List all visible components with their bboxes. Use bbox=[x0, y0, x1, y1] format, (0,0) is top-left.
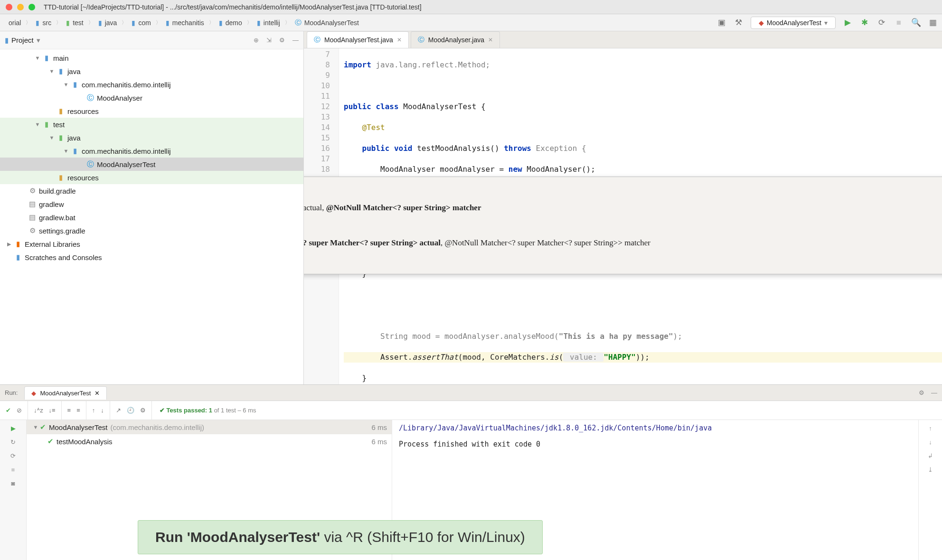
expand-icon[interactable]: ≡ bbox=[67, 407, 71, 414]
titlebar: TTD-tutorial [~/IdeaProjects/TTD-tutoria… bbox=[0, 0, 942, 14]
up-icon[interactable]: ↑ bbox=[92, 407, 95, 414]
breadcrumb-item[interactable]: ▮src bbox=[31, 19, 56, 27]
breadcrumb-item[interactable]: ▮mechanitis bbox=[161, 19, 209, 27]
tree-folder-test[interactable]: test bbox=[53, 121, 65, 129]
hide-icon[interactable]: — bbox=[931, 389, 937, 396]
check-icon: ✔ bbox=[160, 407, 167, 414]
hide-icon[interactable]: — bbox=[292, 37, 299, 44]
run-tab[interactable]: ◆MoodAnalyserTest✕ bbox=[24, 386, 107, 400]
breadcrumb-item[interactable]: ▮intellij bbox=[252, 19, 285, 27]
close-window-button[interactable] bbox=[6, 4, 12, 10]
project-tree[interactable]: ▼▮main ▼▮java ▼▮com.mechanitis.demo.inte… bbox=[0, 49, 303, 384]
run-label: Run: bbox=[5, 389, 18, 396]
run-side-toolbar: ▶ ↻ ⟳ ■ ◙ bbox=[0, 420, 27, 560]
tree-class-moodanalysertest[interactable]: MoodAnalyserTest bbox=[97, 160, 155, 168]
tree-file-settingsgradle[interactable]: settings.gradle bbox=[39, 227, 85, 235]
gear-icon[interactable]: ⚙ bbox=[919, 389, 924, 396]
project-panel-title[interactable]: ▮ Project ▾ bbox=[5, 36, 40, 45]
tree-folder-main[interactable]: main bbox=[53, 54, 69, 62]
navigation-bar: orial〉 ▮src〉 ▮test〉 ▮java〉 ▮com〉 ▮mechan… bbox=[0, 14, 942, 31]
editor-area: ⒸMoodAnalyserTest.java✕ ⒸMoodAnalyser.ja… bbox=[304, 31, 942, 384]
code-editor[interactable]: 789101112131415161718222324252627 import… bbox=[304, 48, 942, 384]
down-icon[interactable]: ↓ bbox=[101, 407, 104, 414]
sort-icon[interactable]: ↓ᴬᴢ bbox=[34, 407, 43, 414]
run-button[interactable]: ▶ bbox=[842, 18, 853, 28]
gear-icon[interactable]: ⚙ bbox=[140, 407, 146, 414]
tree-folder-resources[interactable]: resources bbox=[67, 174, 99, 182]
console-side-toolbar: ↑ ↓ ↲ ⤓ bbox=[918, 420, 942, 560]
tab-moodanalyser[interactable]: ⒸMoodAnalyser.java✕ bbox=[411, 31, 500, 48]
rerun-icon[interactable]: ▶ bbox=[11, 425, 16, 432]
maximize-window-button[interactable] bbox=[28, 4, 35, 10]
code-content[interactable]: import java.lang.reflect.Method; public … bbox=[339, 48, 942, 384]
tree-package[interactable]: com.mechanitis.demo.intellij bbox=[82, 147, 171, 155]
close-tab-icon[interactable]: ✕ bbox=[488, 37, 493, 43]
tab-moodanalysertest[interactable]: ⒸMoodAnalyserTest.java✕ bbox=[307, 31, 409, 48]
hammer-icon[interactable]: ⚒ bbox=[734, 18, 744, 28]
build-icon[interactable]: ▣ bbox=[716, 18, 727, 28]
target-icon[interactable]: ⊕ bbox=[254, 37, 259, 44]
coverage-button[interactable]: ⟳ bbox=[876, 18, 887, 28]
tree-external-libraries[interactable]: External Libraries bbox=[25, 240, 80, 248]
breadcrumb-item[interactable]: ▮demo bbox=[214, 19, 247, 27]
toggle-icon[interactable]: ↻ bbox=[10, 439, 16, 446]
tree-file-buildgradle[interactable]: build.gradle bbox=[39, 187, 76, 195]
tree-file-gradlewbat[interactable]: gradlew.bat bbox=[39, 214, 75, 222]
close-tab-icon[interactable]: ✕ bbox=[397, 37, 402, 43]
scroll-end-icon[interactable]: ⤓ bbox=[928, 466, 933, 473]
tree-package[interactable]: com.mechanitis.demo.intellij bbox=[82, 81, 171, 89]
gear-icon[interactable]: ⚙ bbox=[279, 37, 285, 44]
tree-scratches[interactable]: Scratches and Consoles bbox=[25, 253, 102, 261]
minimize-window-button[interactable] bbox=[17, 4, 24, 10]
test-status: Tests passed: 1 bbox=[166, 407, 212, 414]
run-config-selector[interactable]: ◆ MoodAnalyserTest ▾ bbox=[751, 17, 836, 29]
tree-class-moodanalyser[interactable]: MoodAnalyser bbox=[97, 94, 142, 102]
history-icon[interactable]: 🕘 bbox=[127, 407, 134, 414]
breadcrumb-item[interactable]: ▮test bbox=[61, 19, 88, 27]
editor-tabs: ⒸMoodAnalyserTest.java✕ ⒸMoodAnalyser.ja… bbox=[304, 31, 942, 48]
tip-banner: Run 'MoodAnalyserTest' via ^R (Shift+F10… bbox=[138, 520, 543, 554]
close-tab-icon[interactable]: ✕ bbox=[94, 390, 100, 397]
run-toolbar: ✔⊘ ↓ᴬᴢ↓≡ ≡≡ ↑↓ ↗🕘⚙ ✔ Tests passed: 1 of … bbox=[0, 401, 942, 420]
tree-folder-resources[interactable]: resources bbox=[67, 107, 99, 115]
breadcrumb-item[interactable]: ▮com bbox=[127, 19, 155, 27]
breadcrumb-item[interactable]: ⒸMoodAnalyserTest bbox=[290, 19, 364, 27]
collapse-icon[interactable]: ≡ bbox=[76, 407, 80, 414]
wrap-icon[interactable]: ↲ bbox=[928, 452, 933, 459]
debug-button[interactable]: ✱ bbox=[859, 18, 870, 28]
breadcrumb-item[interactable]: orial bbox=[4, 19, 26, 27]
window-title: TTD-tutorial [~/IdeaProjects/TTD-tutoria… bbox=[44, 3, 422, 11]
sort-icon[interactable]: ↓≡ bbox=[49, 407, 56, 414]
cancel-icon[interactable]: ⊘ bbox=[17, 407, 22, 414]
export-icon[interactable]: ↗ bbox=[116, 407, 121, 414]
tree-folder-java[interactable]: java bbox=[67, 67, 81, 75]
settings-icon[interactable]: ▦ bbox=[928, 18, 938, 28]
parameter-info-popup: ? super String actual, @NotNull Matcher<… bbox=[304, 177, 942, 274]
down-icon[interactable]: ↓ bbox=[929, 439, 932, 446]
check-icon[interactable]: ✔ bbox=[6, 407, 11, 414]
collapse-icon[interactable]: ⇲ bbox=[266, 37, 272, 44]
camera-icon[interactable]: ◙ bbox=[11, 480, 15, 487]
breadcrumb-item[interactable]: ▮java bbox=[94, 19, 122, 27]
stop-button[interactable]: ■ bbox=[894, 18, 904, 28]
tree-file-gradlew[interactable]: gradlew bbox=[39, 200, 64, 208]
project-tool-window: ▮ Project ▾ ⊕ ⇲ ⚙ — ▼▮main ▼▮java ▼▮com.… bbox=[0, 31, 304, 384]
tree-folder-java[interactable]: java bbox=[67, 134, 81, 142]
up-icon[interactable]: ↑ bbox=[929, 425, 932, 432]
stop-icon[interactable]: ■ bbox=[11, 466, 15, 473]
search-icon[interactable]: 🔍 bbox=[911, 18, 921, 28]
toggle-icon[interactable]: ⟳ bbox=[10, 452, 16, 459]
